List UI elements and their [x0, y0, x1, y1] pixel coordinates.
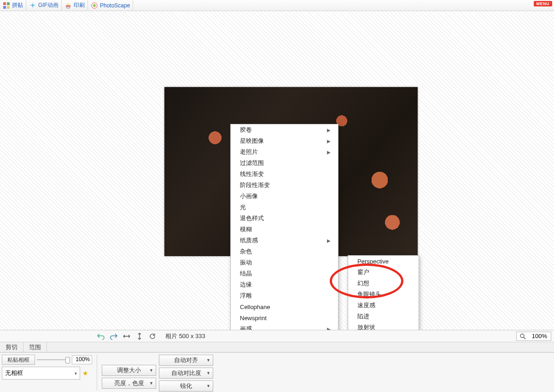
menu-item-painting[interactable]: 画感▶ [231, 323, 338, 330]
menu-item-film[interactable]: 胶卷▶ [231, 124, 338, 135]
chevron-down-icon: ▼ [206, 371, 210, 375]
submenu-sink[interactable]: 陷进 [348, 311, 419, 322]
menu-item-filter-range[interactable]: 过滤范围 [231, 158, 338, 169]
chevron-right-icon: ▶ [327, 139, 331, 144]
svg-rect-1 [7, 2, 10, 5]
menu-item-cellophane[interactable]: Cellophane [231, 301, 338, 312]
favorite-button[interactable]: ★ [81, 369, 89, 377]
redo-button[interactable] [109, 332, 118, 341]
canvas-area: 胶卷▶ 星映图像▶ 老照片▶ 过滤范围 线性渐变 阶段性渐变 小画像 光 退色样… [0, 11, 554, 330]
chevron-right-icon: ▶ [327, 128, 331, 133]
toolbar-tab-app[interactable]: PhotoScape [88, 0, 133, 11]
chevron-down-icon: ▼ [206, 384, 210, 388]
submenu-speed[interactable]: 速度感 [348, 300, 419, 311]
menu-item-fade-style[interactable]: 退色样式 [231, 213, 338, 224]
context-menu: 胶卷▶ 星映图像▶ 老照片▶ 过滤范围 线性渐变 阶段性渐变 小画像 光 退色样… [230, 124, 338, 330]
submenu-window[interactable]: 窗户 [348, 267, 419, 278]
info-bar: 相片 500 x 333 [0, 330, 554, 342]
refresh-button[interactable] [148, 332, 157, 341]
zoom-icon [519, 333, 526, 339]
chevron-down-icon: ▾ [75, 371, 77, 376]
menu-button[interactable]: MENU [534, 1, 553, 6]
toolbar-tab-label: PhotoScape [100, 2, 130, 9]
printer-icon [64, 2, 72, 9]
svg-rect-0 [3, 2, 6, 5]
grid-icon [3, 2, 10, 9]
submenu-illusion[interactable]: 幻想 [348, 278, 419, 289]
menu-item-linear-gradient[interactable]: 线性渐变 [231, 169, 338, 180]
fit-height-button[interactable] [135, 332, 144, 341]
menu-item-crystallize[interactable]: 结晶 [231, 268, 338, 279]
photo-dimensions: 相片 500 x 333 [165, 332, 205, 340]
svg-rect-2 [3, 6, 6, 9]
sharpen-combo[interactable]: 锐化 ▼ [159, 380, 213, 392]
submenu-radial[interactable]: 放射状 [348, 322, 419, 330]
toolbar-tab-label: 拼贴 [12, 1, 23, 9]
chevron-down-icon: ▼ [149, 381, 153, 386]
toolbar-tab-label: GIF动画 [38, 1, 58, 9]
menu-item-vibrate[interactable]: 振动 [231, 257, 338, 268]
svg-marker-4 [30, 2, 35, 8]
undo-button[interactable] [96, 332, 105, 341]
brightness-color-combo[interactable]: 亮度，色度 ▼ [102, 378, 156, 389]
svg-point-10 [520, 334, 524, 338]
tab-crop[interactable]: 剪切 [0, 342, 23, 352]
toolbar-tab-print[interactable]: 印刷 [62, 0, 88, 11]
menu-item-paper[interactable]: 纸质感▶ [231, 235, 338, 246]
frame-select[interactable]: 无相框 ▾ [2, 367, 80, 380]
toolbar-tab-label: 印刷 [74, 1, 85, 9]
chevron-right-icon: ▶ [327, 150, 331, 155]
controls-panel: 粘贴相框 100% 无相框 ▾ ★ 调整大小 ▼ 亮度，色度 ▼ 自动对齐 ▼ [0, 352, 554, 392]
menu-item-noise[interactable]: 杂色 [231, 246, 338, 257]
submenu-perspective[interactable]: Perspective [348, 256, 419, 267]
menu-item-emboss[interactable]: 浮雕 [231, 290, 338, 301]
menu-item-starimage[interactable]: 星映图像▶ [231, 135, 338, 146]
opacity-value[interactable]: 100% [72, 355, 92, 364]
chevron-down-icon: ▼ [149, 368, 153, 373]
menu-item-light[interactable]: 光 [231, 202, 338, 213]
context-submenu: Perspective 窗户 幻想 鱼眼镜头 速度感 陷进 放射状 波浪 漩涡 [348, 255, 419, 330]
opacity-slider[interactable] [37, 356, 70, 364]
bottom-tabs: 剪切 范围 [0, 342, 554, 352]
top-toolbar: 拼贴 GIF动画 印刷 PhotoScape MENU [0, 0, 554, 11]
svg-rect-3 [7, 6, 10, 9]
menu-item-edge[interactable]: 边缘 [231, 279, 338, 290]
tab-range[interactable]: 范围 [23, 342, 47, 352]
svg-rect-6 [67, 3, 70, 5]
menu-item-oldphoto[interactable]: 老照片▶ [231, 146, 338, 158]
svg-rect-7 [67, 7, 70, 8]
svg-line-11 [524, 337, 525, 339]
svg-point-9 [93, 4, 96, 7]
toolbar-tab-collage[interactable]: 拼贴 [0, 0, 26, 11]
menu-item-step-gradient[interactable]: 阶段性渐变 [231, 180, 338, 191]
app-icon [91, 2, 98, 9]
menu-label: MENU [537, 1, 550, 6]
menu-item-smallimage[interactable]: 小画像 [231, 191, 338, 202]
zoom-input[interactable] [528, 332, 548, 340]
fit-width-button[interactable] [122, 332, 131, 341]
paste-frame-button[interactable]: 粘贴相框 [2, 355, 35, 365]
adjust-size-combo[interactable]: 调整大小 ▼ [102, 365, 156, 376]
auto-contrast-combo[interactable]: 自动对比度 ▼ [159, 368, 213, 379]
chevron-right-icon: ▶ [327, 238, 331, 243]
submenu-fisheye[interactable]: 鱼眼镜头 [348, 289, 419, 300]
sparkle-icon [29, 2, 36, 9]
menu-item-blur[interactable]: 模糊 [231, 224, 338, 235]
menu-item-newsprint[interactable]: Newsprint [231, 312, 338, 323]
chevron-down-icon: ▼ [206, 358, 210, 363]
toolbar-tab-gif[interactable]: GIF动画 [26, 0, 62, 11]
chevron-right-icon: ▶ [327, 327, 331, 330]
auto-align-combo[interactable]: 自动对齐 ▼ [159, 355, 213, 366]
zoom-control[interactable] [516, 332, 551, 341]
